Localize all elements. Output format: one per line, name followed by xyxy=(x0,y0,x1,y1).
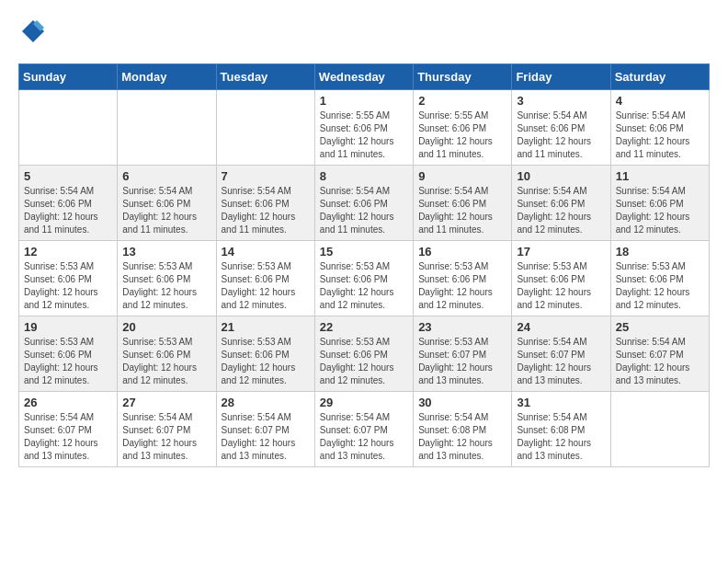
day-number: 11 xyxy=(616,169,704,183)
calendar-cell xyxy=(19,90,118,166)
day-info: Sunrise: 5:55 AM Sunset: 6:06 PM Dayligh… xyxy=(320,109,408,161)
calendar-cell: 2Sunrise: 5:55 AM Sunset: 6:06 PM Daylig… xyxy=(414,90,512,166)
day-info: Sunrise: 5:54 AM Sunset: 6:06 PM Dayligh… xyxy=(320,185,408,236)
day-number: 25 xyxy=(616,320,704,334)
calendar-cell xyxy=(118,90,216,166)
day-of-week-header: Monday xyxy=(118,64,216,90)
calendar-cell: 18Sunrise: 5:53 AM Sunset: 6:06 PM Dayli… xyxy=(610,241,709,316)
calendar-cell: 19Sunrise: 5:53 AM Sunset: 6:06 PM Dayli… xyxy=(19,316,118,392)
day-info: Sunrise: 5:53 AM Sunset: 6:06 PM Dayligh… xyxy=(24,260,112,312)
calendar-cell: 10Sunrise: 5:54 AM Sunset: 6:06 PM Dayli… xyxy=(512,166,610,241)
day-info: Sunrise: 5:53 AM Sunset: 6:06 PM Dayligh… xyxy=(320,336,408,387)
calendar-cell: 28Sunrise: 5:54 AM Sunset: 6:07 PM Dayli… xyxy=(216,392,314,467)
day-number: 21 xyxy=(222,320,310,334)
day-info: Sunrise: 5:54 AM Sunset: 6:06 PM Dayligh… xyxy=(616,185,704,236)
day-number: 3 xyxy=(517,94,605,108)
day-info: Sunrise: 5:53 AM Sunset: 6:06 PM Dayligh… xyxy=(418,260,506,312)
day-number: 9 xyxy=(418,169,506,183)
day-info: Sunrise: 5:53 AM Sunset: 6:06 PM Dayligh… xyxy=(122,336,210,387)
calendar-week-row: 1Sunrise: 5:55 AM Sunset: 6:06 PM Daylig… xyxy=(19,90,710,166)
calendar-cell: 20Sunrise: 5:53 AM Sunset: 6:06 PM Dayli… xyxy=(118,316,216,392)
calendar-cell: 24Sunrise: 5:54 AM Sunset: 6:07 PM Dayli… xyxy=(512,316,610,392)
day-info: Sunrise: 5:54 AM Sunset: 6:07 PM Dayligh… xyxy=(320,411,408,463)
day-number: 17 xyxy=(517,245,605,259)
day-info: Sunrise: 5:53 AM Sunset: 6:06 PM Dayligh… xyxy=(24,336,112,387)
day-number: 12 xyxy=(24,245,112,259)
day-info: Sunrise: 5:54 AM Sunset: 6:06 PM Dayligh… xyxy=(222,185,310,236)
calendar-cell: 21Sunrise: 5:53 AM Sunset: 6:06 PM Dayli… xyxy=(216,316,314,392)
day-number: 8 xyxy=(320,169,408,183)
calendar-cell: 12Sunrise: 5:53 AM Sunset: 6:06 PM Dayli… xyxy=(19,241,118,316)
day-number: 31 xyxy=(517,396,605,409)
calendar-cell: 17Sunrise: 5:53 AM Sunset: 6:06 PM Dayli… xyxy=(512,241,610,316)
day-number: 27 xyxy=(122,396,210,409)
day-info: Sunrise: 5:54 AM Sunset: 6:06 PM Dayligh… xyxy=(418,185,506,236)
day-of-week-header: Friday xyxy=(512,64,610,90)
calendar-cell xyxy=(610,392,709,467)
calendar-cell: 14Sunrise: 5:53 AM Sunset: 6:06 PM Dayli… xyxy=(216,241,314,316)
calendar-cell: 6Sunrise: 5:54 AM Sunset: 6:06 PM Daylig… xyxy=(118,166,216,241)
day-info: Sunrise: 5:53 AM Sunset: 6:06 PM Dayligh… xyxy=(517,260,605,312)
day-number: 10 xyxy=(517,169,605,183)
calendar-cell: 15Sunrise: 5:53 AM Sunset: 6:06 PM Dayli… xyxy=(314,241,413,316)
day-number: 30 xyxy=(418,396,506,409)
calendar-cell: 31Sunrise: 5:54 AM Sunset: 6:08 PM Dayli… xyxy=(512,392,610,467)
calendar-cell: 1Sunrise: 5:55 AM Sunset: 6:06 PM Daylig… xyxy=(314,90,413,166)
day-number: 13 xyxy=(122,245,210,259)
day-info: Sunrise: 5:54 AM Sunset: 6:06 PM Dayligh… xyxy=(517,185,605,236)
day-number: 7 xyxy=(222,169,310,183)
page-header xyxy=(18,18,710,49)
day-info: Sunrise: 5:54 AM Sunset: 6:07 PM Dayligh… xyxy=(24,411,112,463)
day-info: Sunrise: 5:54 AM Sunset: 6:06 PM Dayligh… xyxy=(122,185,210,236)
day-info: Sunrise: 5:54 AM Sunset: 6:07 PM Dayligh… xyxy=(122,411,210,463)
day-number: 22 xyxy=(320,320,408,334)
day-number: 23 xyxy=(418,320,506,334)
day-number: 5 xyxy=(24,169,112,183)
day-number: 18 xyxy=(616,245,704,259)
day-info: Sunrise: 5:54 AM Sunset: 6:06 PM Dayligh… xyxy=(24,185,112,236)
day-number: 2 xyxy=(418,94,506,108)
day-info: Sunrise: 5:53 AM Sunset: 6:06 PM Dayligh… xyxy=(320,260,408,312)
day-number: 29 xyxy=(320,396,408,409)
day-info: Sunrise: 5:53 AM Sunset: 6:06 PM Dayligh… xyxy=(222,336,310,387)
day-number: 16 xyxy=(418,245,506,259)
calendar-week-row: 5Sunrise: 5:54 AM Sunset: 6:06 PM Daylig… xyxy=(19,166,710,241)
calendar-cell: 11Sunrise: 5:54 AM Sunset: 6:06 PM Dayli… xyxy=(610,166,709,241)
day-number: 26 xyxy=(24,396,112,409)
day-of-week-header: Sunday xyxy=(19,64,118,90)
day-number: 6 xyxy=(122,169,210,183)
day-number: 28 xyxy=(222,396,310,409)
calendar-cell: 9Sunrise: 5:54 AM Sunset: 6:06 PM Daylig… xyxy=(414,166,512,241)
day-info: Sunrise: 5:54 AM Sunset: 6:07 PM Dayligh… xyxy=(616,336,704,387)
calendar-cell: 3Sunrise: 5:54 AM Sunset: 6:06 PM Daylig… xyxy=(512,90,610,166)
day-info: Sunrise: 5:54 AM Sunset: 6:08 PM Dayligh… xyxy=(517,411,605,463)
calendar-cell: 4Sunrise: 5:54 AM Sunset: 6:06 PM Daylig… xyxy=(610,90,709,166)
day-info: Sunrise: 5:54 AM Sunset: 6:07 PM Dayligh… xyxy=(517,336,605,387)
day-of-week-header: Thursday xyxy=(414,64,512,90)
day-number: 1 xyxy=(320,94,408,108)
calendar-cell: 30Sunrise: 5:54 AM Sunset: 6:08 PM Dayli… xyxy=(414,392,512,467)
calendar-week-row: 12Sunrise: 5:53 AM Sunset: 6:06 PM Dayli… xyxy=(19,241,710,316)
svg-marker-0 xyxy=(22,20,44,42)
day-info: Sunrise: 5:54 AM Sunset: 6:08 PM Dayligh… xyxy=(418,411,506,463)
calendar-table: SundayMondayTuesdayWednesdayThursdayFrid… xyxy=(18,63,710,467)
day-info: Sunrise: 5:55 AM Sunset: 6:06 PM Dayligh… xyxy=(418,109,506,161)
logo-icon xyxy=(20,18,46,44)
calendar-cell: 16Sunrise: 5:53 AM Sunset: 6:06 PM Dayli… xyxy=(414,241,512,316)
calendar-header-row: SundayMondayTuesdayWednesdayThursdayFrid… xyxy=(19,64,710,90)
calendar-cell: 27Sunrise: 5:54 AM Sunset: 6:07 PM Dayli… xyxy=(118,392,216,467)
day-number: 19 xyxy=(24,320,112,334)
day-info: Sunrise: 5:53 AM Sunset: 6:06 PM Dayligh… xyxy=(122,260,210,312)
day-number: 4 xyxy=(616,94,704,108)
day-info: Sunrise: 5:53 AM Sunset: 6:06 PM Dayligh… xyxy=(616,260,704,312)
calendar-cell xyxy=(216,90,314,166)
day-info: Sunrise: 5:53 AM Sunset: 6:06 PM Dayligh… xyxy=(222,260,310,312)
logo xyxy=(18,18,46,49)
calendar-cell: 8Sunrise: 5:54 AM Sunset: 6:06 PM Daylig… xyxy=(314,166,413,241)
day-of-week-header: Wednesday xyxy=(314,64,413,90)
calendar-week-row: 26Sunrise: 5:54 AM Sunset: 6:07 PM Dayli… xyxy=(19,392,710,467)
day-info: Sunrise: 5:54 AM Sunset: 6:06 PM Dayligh… xyxy=(616,109,704,161)
day-number: 20 xyxy=(122,320,210,334)
calendar-cell: 23Sunrise: 5:53 AM Sunset: 6:07 PM Dayli… xyxy=(414,316,512,392)
calendar-week-row: 19Sunrise: 5:53 AM Sunset: 6:06 PM Dayli… xyxy=(19,316,710,392)
